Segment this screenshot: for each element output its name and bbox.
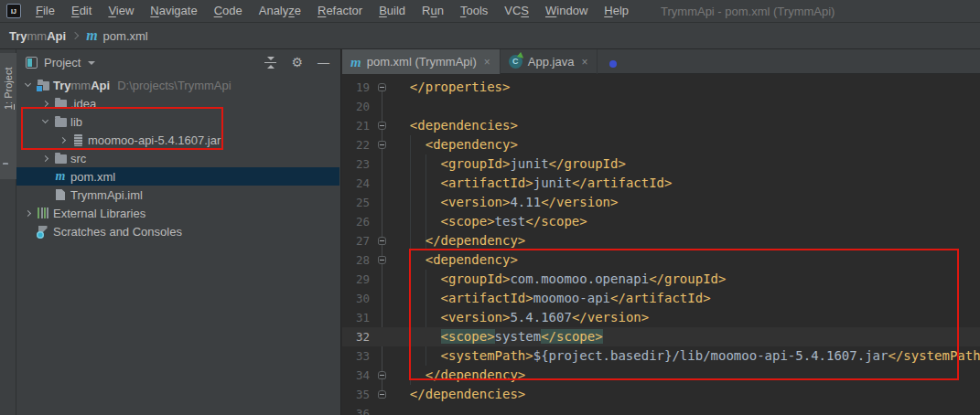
fold-marker[interactable]	[370, 366, 394, 385]
tree-item-label: .idea	[70, 97, 96, 111]
menu-item-view[interactable]: View	[100, 0, 142, 23]
breadcrumb-file[interactable]: pom.xml	[103, 29, 148, 43]
intellij-logo-icon[interactable]: IJ	[6, 4, 21, 18]
line-number: 21	[342, 116, 370, 135]
editor-tab-app.java[interactable]: CApp.java×	[501, 49, 598, 74]
menu-item-vcs[interactable]: VCS	[496, 0, 537, 23]
tree-item-project-root[interactable]: TrymmApiD:\projects\TrymmApi	[16, 76, 339, 94]
close-icon[interactable]: ×	[484, 58, 490, 67]
chevron-collapsed-icon[interactable]	[55, 138, 70, 143]
tree-item-scratches-and-consoles[interactable]: Scratches and Consoles	[16, 222, 339, 240]
code-line-22[interactable]: 22 <dependency>	[342, 135, 980, 154]
tree-item-trymmapi.iml[interactable]: TrymmApi.iml	[16, 186, 339, 204]
menu-item-help[interactable]: Help	[596, 0, 637, 23]
hide-icon[interactable]: —	[318, 57, 329, 69]
code-line-25[interactable]: 25 <version>4.11</version>	[342, 193, 980, 212]
code-line-29[interactable]: 29 <groupId>com.moomoo.openapi</groupId>	[342, 270, 980, 289]
code-text: <dependency>	[394, 135, 518, 154]
tree-item-label: Scratches and Consoles	[53, 225, 182, 239]
fold-marker[interactable]	[370, 116, 394, 135]
tree-item-pom.xml[interactable]: mpom.xml	[16, 167, 339, 186]
menu-item-analyze[interactable]: Analyze	[251, 0, 309, 23]
project-panel-title[interactable]: Project	[44, 56, 81, 69]
menu-item-code[interactable]: Code	[206, 0, 251, 23]
fold-marker[interactable]	[370, 135, 394, 154]
code-line-32[interactable]: 32 <scope>system</scope>	[342, 327, 980, 346]
folder-icon	[55, 100, 67, 109]
code-editor[interactable]: 19 </properties>2021 <dependencies>22 <d…	[342, 75, 980, 415]
project-stripe-tab[interactable]: 1: Project	[0, 53, 16, 179]
menu-item-navigate[interactable]: Navigate	[142, 0, 205, 23]
code-line-24[interactable]: 24 <artifactId>junit</artifactId>	[342, 174, 980, 193]
chevron-expanded-icon[interactable]	[20, 84, 35, 86]
code-line-34[interactable]: 34 </dependency>	[342, 366, 980, 385]
window-title: TrymmApi - pom.xml (TrymmApi)	[661, 5, 835, 18]
editor-tab-pom.xml-trymmapi-[interactable]: mpom.xml (TrymmApi)×	[342, 49, 501, 74]
menu-item-window[interactable]: Window	[537, 0, 596, 23]
chevron-collapsed-icon[interactable]	[20, 211, 35, 216]
code-line-27[interactable]: 27 </dependency>	[342, 231, 980, 250]
line-number: 20	[342, 97, 370, 116]
line-number: 30	[342, 289, 370, 308]
code-line-30[interactable]: 30 <artifactId>moomoo-api</artifactId>	[342, 289, 980, 308]
line-number: 25	[342, 193, 370, 212]
menu-item-build[interactable]: Build	[371, 0, 414, 23]
code-line-33[interactable]: 33 <systemPath>${project.basedir}/lib/mo…	[342, 346, 980, 366]
fold-start-icon[interactable]	[378, 256, 386, 264]
menu-item-file[interactable]: File	[27, 0, 63, 23]
project-panel-header: Project ⚙ —	[16, 49, 340, 75]
fold-end-icon[interactable]	[378, 237, 386, 245]
line-number: 33	[342, 346, 370, 366]
fold-start-icon[interactable]	[378, 122, 386, 130]
line-number: 19	[342, 78, 370, 97]
editor-tab-bar: mpom.xml (TrymmApi)×CApp.java×	[342, 49, 980, 74]
tree-item-src[interactable]: src	[16, 149, 339, 167]
code-line-36[interactable]: 36	[342, 404, 980, 415]
code-line-35[interactable]: 35 </dependencies>	[342, 385, 980, 404]
chevron-collapsed-icon[interactable]	[38, 101, 52, 106]
menu-item-tools[interactable]: Tools	[452, 0, 496, 23]
fold-marker[interactable]	[370, 231, 394, 250]
code-line-20[interactable]: 20	[342, 97, 980, 116]
fold-end-icon[interactable]	[378, 83, 386, 91]
menu-item-run[interactable]: Run	[414, 0, 452, 23]
project-stripe-label: 1: Project	[3, 99, 14, 110]
highlighted-occurrence: </scope>	[541, 329, 602, 344]
chevron-down-icon[interactable]	[88, 61, 95, 65]
menu-item-refactor[interactable]: Refactor	[309, 0, 371, 23]
collapse-all-icon[interactable]	[264, 57, 276, 69]
code-line-19[interactable]: 19 </properties>	[342, 78, 980, 97]
code-line-21[interactable]: 21 <dependencies>	[342, 116, 980, 135]
chevron-expanded-icon[interactable]	[38, 121, 52, 122]
chevron-collapsed-icon[interactable]	[38, 156, 52, 161]
label-part: mm	[27, 29, 48, 43]
fold-gutter	[370, 404, 394, 415]
code-line-31[interactable]: 31 <version>5.4.1607</version>	[342, 308, 980, 327]
settings-gear-icon[interactable]: ⚙	[291, 57, 303, 69]
fold-end-icon[interactable]	[378, 371, 386, 379]
fold-marker[interactable]	[370, 78, 394, 97]
fold-marker[interactable]	[370, 250, 394, 270]
fold-gutter	[370, 97, 394, 116]
close-icon[interactable]: ×	[581, 58, 587, 67]
folder-icon	[55, 118, 67, 127]
tree-item-.idea[interactable]: .idea	[16, 94, 339, 112]
tree-item-moomoo-api-5.4.1607.jar[interactable]: moomoo-api-5.4.1607.jar	[16, 131, 339, 149]
line-number: 36	[342, 404, 370, 415]
tree-item-external-libraries[interactable]: External Libraries	[16, 204, 339, 222]
label-part: Api	[47, 29, 66, 43]
code-text: <groupId>junit</groupId>	[394, 154, 626, 174]
tree-item-label: pom.xml	[70, 170, 115, 184]
fold-end-icon[interactable]	[378, 390, 386, 399]
fold-start-icon[interactable]	[378, 141, 386, 149]
code-text: <version>5.4.1607</version>	[394, 308, 649, 327]
menu-bar: IJ FileEditViewNavigateCodeAnalyzeRefact…	[0, 0, 980, 23]
menu-item-edit[interactable]: Edit	[63, 0, 100, 23]
code-line-28[interactable]: 28 <dependency>	[342, 250, 980, 270]
tree-item-lib[interactable]: lib	[16, 112, 339, 131]
code-line-26[interactable]: 26 <scope>test</scope>	[342, 212, 980, 231]
fold-marker[interactable]	[370, 385, 394, 404]
code-text: <dependency>	[394, 250, 518, 270]
code-line-23[interactable]: 23 <groupId>junit</groupId>	[342, 154, 980, 174]
breadcrumb-project[interactable]: TrymmApi	[9, 29, 66, 43]
